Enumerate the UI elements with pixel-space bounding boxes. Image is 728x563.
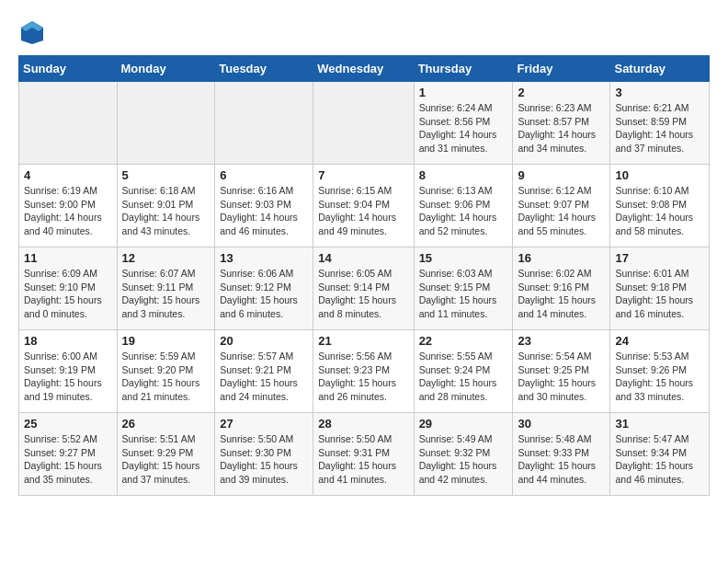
day-number: 13: [220, 251, 308, 265]
calendar-cell: 5Sunrise: 6:18 AM Sunset: 9:01 PM Daylig…: [117, 165, 215, 247]
day-number: 31: [615, 417, 704, 431]
day-number: 25: [24, 417, 112, 431]
day-number: 11: [24, 251, 112, 265]
day-info: Sunrise: 6:19 AM Sunset: 9:00 PM Dayligh…: [24, 184, 112, 238]
calendar-cell: 21Sunrise: 5:56 AM Sunset: 9:23 PM Dayli…: [313, 330, 414, 413]
day-number: 2: [518, 86, 605, 99]
day-info: Sunrise: 6:16 AM Sunset: 9:03 PM Dayligh…: [220, 184, 308, 238]
day-number: 12: [122, 251, 210, 265]
page-header: [18, 18, 710, 46]
day-info: Sunrise: 5:54 AM Sunset: 9:25 PM Dayligh…: [518, 350, 605, 404]
calendar-cell: 24Sunrise: 5:53 AM Sunset: 9:26 PM Dayli…: [610, 330, 710, 413]
week-row-3: 11Sunrise: 6:09 AM Sunset: 9:10 PM Dayli…: [19, 247, 710, 330]
calendar-cell: 20Sunrise: 5:57 AM Sunset: 9:21 PM Dayli…: [215, 330, 313, 413]
day-number: 18: [24, 334, 112, 348]
calendar-cell: 30Sunrise: 5:48 AM Sunset: 9:33 PM Dayli…: [513, 413, 610, 496]
day-info: Sunrise: 5:51 AM Sunset: 9:29 PM Dayligh…: [122, 432, 210, 487]
day-number: 23: [518, 334, 605, 348]
calendar-cell: 25Sunrise: 5:52 AM Sunset: 9:27 PM Dayli…: [19, 413, 118, 496]
day-number: 8: [419, 168, 508, 182]
day-number: 19: [122, 334, 210, 348]
day-number: 16: [518, 251, 605, 265]
header-sunday: Sunday: [19, 56, 118, 82]
day-info: Sunrise: 6:10 AM Sunset: 9:08 PM Dayligh…: [615, 184, 704, 238]
day-info: Sunrise: 6:03 AM Sunset: 9:15 PM Dayligh…: [419, 267, 508, 321]
calendar-cell: 27Sunrise: 5:50 AM Sunset: 9:30 PM Dayli…: [215, 413, 313, 496]
week-row-5: 25Sunrise: 5:52 AM Sunset: 9:27 PM Dayli…: [19, 413, 710, 496]
header-wednesday: Wednesday: [313, 56, 414, 82]
calendar-cell: 22Sunrise: 5:55 AM Sunset: 9:24 PM Dayli…: [414, 330, 513, 413]
day-info: Sunrise: 5:56 AM Sunset: 9:23 PM Dayligh…: [318, 350, 408, 404]
day-info: Sunrise: 5:48 AM Sunset: 9:33 PM Dayligh…: [518, 432, 605, 487]
calendar-cell: [215, 82, 313, 165]
day-number: 1: [419, 86, 508, 99]
day-info: Sunrise: 5:47 AM Sunset: 9:34 PM Dayligh…: [615, 432, 704, 487]
calendar-cell: 17Sunrise: 6:01 AM Sunset: 9:18 PM Dayli…: [610, 247, 710, 330]
day-number: 3: [615, 86, 704, 99]
calendar-cell: 13Sunrise: 6:06 AM Sunset: 9:12 PM Dayli…: [215, 247, 313, 330]
calendar-cell: 14Sunrise: 6:05 AM Sunset: 9:14 PM Dayli…: [313, 247, 414, 330]
day-info: Sunrise: 6:07 AM Sunset: 9:11 PM Dayligh…: [122, 267, 210, 321]
calendar-cell: 29Sunrise: 5:49 AM Sunset: 9:32 PM Dayli…: [414, 413, 513, 496]
calendar-cell: [313, 82, 414, 165]
calendar-cell: 12Sunrise: 6:07 AM Sunset: 9:11 PM Dayli…: [117, 247, 215, 330]
day-info: Sunrise: 6:06 AM Sunset: 9:12 PM Dayligh…: [220, 267, 308, 321]
day-info: Sunrise: 6:13 AM Sunset: 9:06 PM Dayligh…: [419, 184, 508, 238]
day-number: 15: [419, 251, 508, 265]
day-info: Sunrise: 6:23 AM Sunset: 8:57 PM Dayligh…: [518, 101, 605, 155]
day-number: 21: [318, 334, 408, 348]
day-number: 7: [318, 168, 408, 182]
logo-icon: [18, 18, 46, 46]
day-number: 17: [615, 251, 704, 265]
day-number: 10: [615, 168, 704, 182]
calendar-cell: 3Sunrise: 6:21 AM Sunset: 8:59 PM Daylig…: [610, 82, 710, 165]
header-tuesday: Tuesday: [215, 56, 313, 82]
calendar-cell: 19Sunrise: 5:59 AM Sunset: 9:20 PM Dayli…: [117, 330, 215, 413]
header-friday: Friday: [513, 56, 610, 82]
day-info: Sunrise: 6:12 AM Sunset: 9:07 PM Dayligh…: [518, 184, 605, 238]
calendar-cell: 7Sunrise: 6:15 AM Sunset: 9:04 PM Daylig…: [313, 165, 414, 247]
logo: [18, 18, 50, 46]
calendar-cell: 18Sunrise: 6:00 AM Sunset: 9:19 PM Dayli…: [19, 330, 118, 413]
calendar-cell: 4Sunrise: 6:19 AM Sunset: 9:00 PM Daylig…: [19, 165, 118, 247]
day-number: 28: [318, 417, 408, 431]
calendar-table: SundayMondayTuesdayWednesdayThursdayFrid…: [18, 55, 710, 496]
day-number: 14: [318, 251, 408, 265]
calendar-cell: 8Sunrise: 6:13 AM Sunset: 9:06 PM Daylig…: [414, 165, 513, 247]
calendar-cell: 28Sunrise: 5:50 AM Sunset: 9:31 PM Dayli…: [313, 413, 414, 496]
calendar-cell: 9Sunrise: 6:12 AM Sunset: 9:07 PM Daylig…: [513, 165, 610, 247]
calendar-cell: 31Sunrise: 5:47 AM Sunset: 9:34 PM Dayli…: [610, 413, 710, 496]
calendar-cell: [117, 82, 215, 165]
day-info: Sunrise: 5:50 AM Sunset: 9:30 PM Dayligh…: [220, 432, 308, 487]
header-thursday: Thursday: [414, 56, 513, 82]
calendar-cell: 1Sunrise: 6:24 AM Sunset: 8:56 PM Daylig…: [414, 82, 513, 165]
day-number: 24: [615, 334, 704, 348]
calendar-cell: [19, 82, 118, 165]
day-number: 22: [419, 334, 508, 348]
day-info: Sunrise: 6:02 AM Sunset: 9:16 PM Dayligh…: [518, 267, 605, 321]
day-info: Sunrise: 5:59 AM Sunset: 9:20 PM Dayligh…: [122, 350, 210, 404]
calendar-header-row: SundayMondayTuesdayWednesdayThursdayFrid…: [19, 56, 710, 82]
day-info: Sunrise: 6:15 AM Sunset: 9:04 PM Dayligh…: [318, 184, 408, 238]
week-row-2: 4Sunrise: 6:19 AM Sunset: 9:00 PM Daylig…: [19, 165, 710, 247]
calendar-cell: 11Sunrise: 6:09 AM Sunset: 9:10 PM Dayli…: [19, 247, 118, 330]
day-info: Sunrise: 6:18 AM Sunset: 9:01 PM Dayligh…: [122, 184, 210, 238]
day-info: Sunrise: 6:24 AM Sunset: 8:56 PM Dayligh…: [419, 101, 508, 155]
day-number: 6: [220, 168, 308, 182]
day-info: Sunrise: 6:21 AM Sunset: 8:59 PM Dayligh…: [615, 101, 704, 155]
week-row-1: 1Sunrise: 6:24 AM Sunset: 8:56 PM Daylig…: [19, 82, 710, 165]
day-info: Sunrise: 5:53 AM Sunset: 9:26 PM Dayligh…: [615, 350, 704, 404]
calendar-cell: 26Sunrise: 5:51 AM Sunset: 9:29 PM Dayli…: [117, 413, 215, 496]
calendar-cell: 10Sunrise: 6:10 AM Sunset: 9:08 PM Dayli…: [610, 165, 710, 247]
day-number: 29: [419, 417, 508, 431]
day-info: Sunrise: 6:00 AM Sunset: 9:19 PM Dayligh…: [24, 350, 112, 404]
calendar-cell: 23Sunrise: 5:54 AM Sunset: 9:25 PM Dayli…: [513, 330, 610, 413]
day-number: 20: [220, 334, 308, 348]
week-row-4: 18Sunrise: 6:00 AM Sunset: 9:19 PM Dayli…: [19, 330, 710, 413]
calendar-cell: 15Sunrise: 6:03 AM Sunset: 9:15 PM Dayli…: [414, 247, 513, 330]
day-info: Sunrise: 5:57 AM Sunset: 9:21 PM Dayligh…: [220, 350, 308, 404]
calendar-cell: 2Sunrise: 6:23 AM Sunset: 8:57 PM Daylig…: [513, 82, 610, 165]
day-info: Sunrise: 6:09 AM Sunset: 9:10 PM Dayligh…: [24, 267, 112, 321]
day-number: 27: [220, 417, 308, 431]
calendar-cell: 6Sunrise: 6:16 AM Sunset: 9:03 PM Daylig…: [215, 165, 313, 247]
